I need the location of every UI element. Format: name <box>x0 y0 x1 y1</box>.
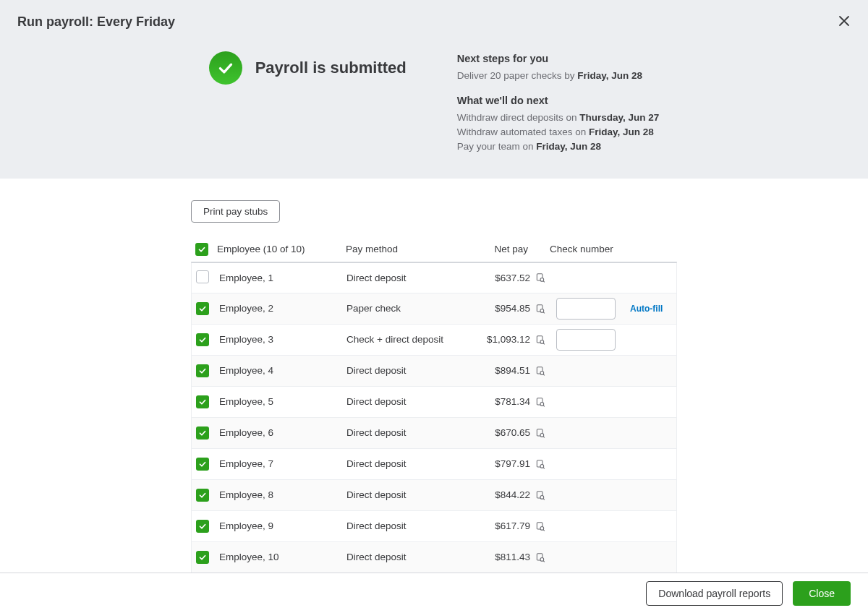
net-pay-value: $781.34 <box>495 396 530 407</box>
th-pay-method: Pay method <box>346 244 454 254</box>
view-details-icon[interactable] <box>535 427 546 439</box>
net-pay-cell: $797.91 <box>455 458 550 470</box>
check-number-cell: Auto-fill <box>550 298 678 320</box>
employee-name: Employee, 10 <box>218 552 346 562</box>
row-checkbox[interactable] <box>196 395 209 408</box>
view-details-icon[interactable] <box>535 334 546 346</box>
view-details-icon[interactable] <box>535 489 546 501</box>
employee-table: Employee (10 of 10) Pay method Net pay C… <box>191 237 677 573</box>
we-do-line: Withdraw automated taxes on Friday, Jun … <box>457 125 660 140</box>
employee-name: Employee, 8 <box>218 489 346 500</box>
footer-bar: Download payroll reports Close <box>0 573 868 613</box>
auto-fill-link[interactable]: Auto-fill <box>630 304 663 314</box>
table-row: Employee, 5Direct deposit$781.34 <box>191 387 677 418</box>
banner-right: Next steps for you Deliver 20 paper chec… <box>457 51 660 155</box>
net-pay-value: $954.85 <box>495 303 530 314</box>
net-pay-value: $844.22 <box>495 489 530 500</box>
page-title: Run payroll: Every Friday <box>17 14 851 30</box>
view-details-icon[interactable] <box>535 396 546 408</box>
success-check-icon <box>209 51 242 85</box>
row-checkbox[interactable] <box>196 520 209 533</box>
row-checkbox[interactable] <box>196 333 209 346</box>
table-row: Employee, 2Paper check$954.85Auto-fill <box>191 293 677 325</box>
employee-name: Employee, 7 <box>218 458 346 469</box>
confirmation-banner: Payroll is submitted Next steps for you … <box>17 44 851 160</box>
table-body: Employee, 1Direct deposit$637.52Employee… <box>191 262 677 573</box>
net-pay-cell: $670.65 <box>455 427 550 439</box>
print-pay-stubs-button[interactable]: Print pay stubs <box>191 200 280 223</box>
view-details-icon[interactable] <box>535 520 546 532</box>
row-checkbox[interactable] <box>196 364 209 377</box>
we-do-heading: What we'll do next <box>457 93 660 109</box>
check-number-input[interactable] <box>556 298 616 320</box>
table-row: Employee, 10Direct deposit$811.43 <box>191 542 677 573</box>
pay-method: Direct deposit <box>346 489 455 500</box>
svg-point-1 <box>540 278 544 282</box>
net-pay-cell: $894.51 <box>455 365 550 377</box>
table-row: Employee, 4Direct deposit$894.51 <box>191 356 677 387</box>
th-employee: Employee (10 of 10) <box>217 244 346 254</box>
close-button[interactable]: Close <box>793 581 851 606</box>
net-pay-value: $637.52 <box>495 273 530 283</box>
employee-name: Employee, 4 <box>218 365 346 376</box>
net-pay-cell: $617.79 <box>455 520 550 532</box>
row-checkbox[interactable] <box>196 489 209 502</box>
pay-method: Direct deposit <box>346 396 455 407</box>
we-do-line: Withdraw direct deposits on Thursday, Ju… <box>457 111 660 125</box>
download-payroll-reports-button[interactable]: Download payroll reports <box>646 581 783 606</box>
employee-name: Employee, 2 <box>218 303 346 314</box>
table-header: Employee (10 of 10) Pay method Net pay C… <box>191 237 677 262</box>
pay-method: Direct deposit <box>346 552 455 562</box>
svg-point-7 <box>540 371 544 374</box>
view-details-icon[interactable] <box>535 303 546 314</box>
svg-point-17 <box>540 526 544 530</box>
employee-name: Employee, 1 <box>218 273 346 283</box>
banner-title: Payroll is submitted <box>255 59 407 77</box>
check-number-input[interactable] <box>556 329 616 351</box>
row-checkbox[interactable] <box>196 270 209 283</box>
net-pay-cell: $1,093.12 <box>455 334 550 346</box>
view-details-icon[interactable] <box>535 552 546 563</box>
row-checkbox[interactable] <box>196 302 209 315</box>
table-row: Employee, 1Direct deposit$637.52 <box>191 262 677 293</box>
svg-point-13 <box>540 464 544 468</box>
pay-method: Direct deposit <box>346 458 455 469</box>
pay-method: Direct deposit <box>346 520 455 531</box>
table-row: Employee, 6Direct deposit$670.65 <box>191 418 677 449</box>
select-all-checkbox[interactable] <box>195 243 208 256</box>
next-steps-line: Deliver 20 paper checks by Friday, Jun 2… <box>457 69 660 83</box>
view-details-icon[interactable] <box>535 365 546 377</box>
next-steps-heading: Next steps for you <box>457 51 660 67</box>
net-pay-value: $670.65 <box>495 427 530 438</box>
row-checkbox[interactable] <box>196 458 209 471</box>
pay-method: Direct deposit <box>346 273 455 283</box>
employee-name: Employee, 5 <box>218 396 346 407</box>
svg-point-3 <box>540 309 544 312</box>
we-do-line: Pay your team on Friday, Jun 28 <box>457 140 660 154</box>
pay-method: Direct deposit <box>346 427 455 438</box>
view-details-icon[interactable] <box>535 272 546 283</box>
pay-method: Check + direct deposit <box>346 334 455 345</box>
row-checkbox[interactable] <box>196 426 209 440</box>
table-row: Employee, 8Direct deposit$844.22 <box>191 480 677 511</box>
net-pay-value: $811.43 <box>495 552 530 562</box>
net-pay-value: $1,093.12 <box>487 334 530 345</box>
banner-left: Payroll is submitted <box>209 51 407 85</box>
net-pay-value: $797.91 <box>495 458 530 469</box>
table-row: Employee, 3Check + direct deposit$1,093.… <box>191 325 677 356</box>
net-pay-value: $617.79 <box>495 520 530 531</box>
svg-point-5 <box>540 340 544 343</box>
view-details-icon[interactable] <box>535 458 546 470</box>
th-check-number: Check number <box>550 244 677 254</box>
confirmation-header: Run payroll: Every Friday Payroll is sub… <box>0 0 868 179</box>
row-checkbox[interactable] <box>196 551 209 564</box>
svg-point-15 <box>540 495 544 499</box>
employee-name: Employee, 9 <box>218 520 346 531</box>
svg-point-9 <box>540 402 544 406</box>
employee-name: Employee, 3 <box>218 334 346 345</box>
net-pay-cell: $844.22 <box>455 489 550 501</box>
table-row: Employee, 9Direct deposit$617.79 <box>191 511 677 542</box>
svg-point-11 <box>540 433 544 437</box>
net-pay-cell: $954.85 <box>455 303 550 314</box>
close-icon[interactable] <box>836 13 852 29</box>
